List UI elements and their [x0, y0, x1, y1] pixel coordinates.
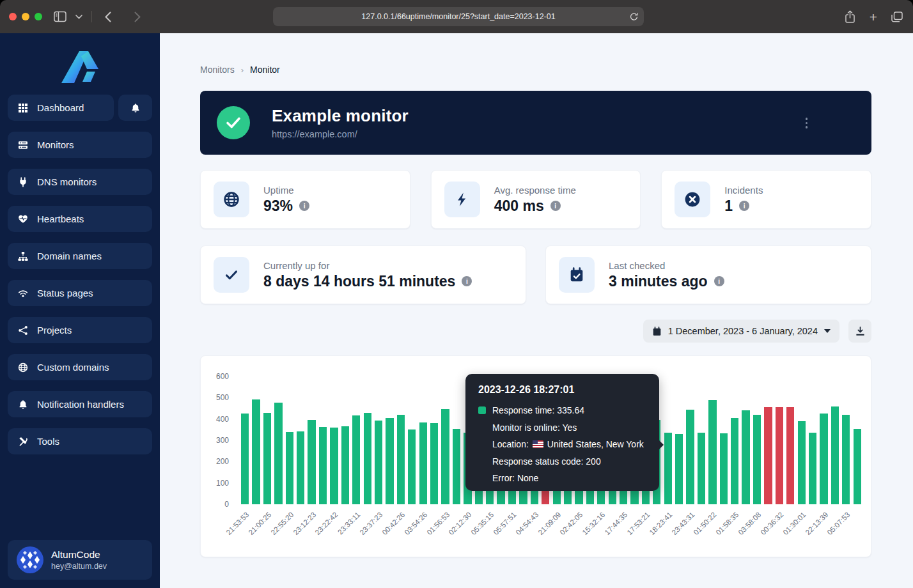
chart-bar[interactable]	[441, 409, 449, 504]
uptime-globe-icon	[214, 182, 249, 217]
breadcrumb-chevron-icon: ›	[241, 65, 244, 75]
download-chart-button[interactable]	[848, 320, 871, 343]
chart-bar[interactable]	[297, 431, 304, 504]
incidents-x-circle-icon	[675, 182, 710, 217]
chart-bar[interactable]	[809, 433, 816, 504]
chart-bar[interactable]	[820, 414, 827, 504]
chart-bar[interactable]	[854, 429, 861, 504]
chart-bar[interactable]	[341, 426, 349, 504]
tab-overview-icon[interactable]	[891, 12, 903, 22]
share-icon[interactable]	[845, 10, 855, 23]
custom-domains-globe-icon	[18, 362, 28, 373]
dashboard-grid-icon	[18, 103, 28, 113]
chart-bar[interactable]	[742, 410, 749, 504]
forward-icon[interactable]	[134, 12, 141, 22]
tooltip-title: 2023-12-26 18:27:01	[478, 384, 646, 396]
monitor-status-up-icon	[217, 106, 250, 139]
sidebar-item-notification-handlers[interactable]: Notification handlers	[8, 391, 152, 417]
chart-bar[interactable]	[686, 410, 694, 504]
tooltip-location: United States, New York	[547, 439, 644, 449]
chart-bar[interactable]	[308, 420, 315, 504]
sidebar-item-projects[interactable]: Projects	[8, 317, 152, 343]
sidebar-item-heartbeats[interactable]: Heartbeats	[8, 206, 152, 232]
chart-bar[interactable]	[831, 406, 839, 504]
breadcrumb-monitors-link[interactable]: Monitors	[200, 65, 235, 75]
close-window-button[interactable]	[9, 13, 17, 20]
chart-bar[interactable]	[430, 423, 438, 504]
chart-bar[interactable]	[664, 433, 672, 504]
sidebar-item-status-pages[interactable]: Status pages	[8, 280, 152, 306]
us-flag-icon	[533, 440, 543, 448]
new-tab-icon[interactable]: +	[870, 10, 877, 24]
bell-icon	[130, 103, 141, 113]
traffic-lights	[9, 13, 42, 20]
last-checked-info-icon[interactable]: i	[714, 276, 724, 286]
uptime-card: Uptime 93% i	[200, 170, 410, 229]
chart-bar[interactable]	[786, 407, 794, 504]
sidebar-toggle-icon[interactable]	[54, 11, 66, 22]
chart-bar[interactable]	[241, 414, 249, 504]
minimize-window-button[interactable]	[22, 13, 29, 20]
back-icon[interactable]	[105, 12, 111, 22]
date-range-button[interactable]: 1 December, 2023 - 6 January, 2024	[643, 320, 839, 343]
altumcode-logo[interactable]	[0, 41, 160, 83]
monitor-menu-kebab-icon[interactable]	[803, 115, 811, 131]
sidebar-item-dashboard[interactable]: Dashboard	[8, 95, 114, 121]
chart-bar[interactable]	[364, 413, 371, 504]
chart-bar[interactable]	[708, 400, 716, 504]
uptime-label: Uptime	[263, 185, 309, 196]
last-checked-card: Last checked 3 minutes ago i	[545, 245, 871, 304]
address-bar[interactable]: 127.0.0.1/66uptime/monitor/25?start_date…	[273, 7, 644, 26]
chevron-down-icon[interactable]	[75, 15, 82, 19]
chart-bar[interactable]	[419, 422, 427, 504]
incidents-info-icon[interactable]: i	[739, 201, 749, 211]
chart-bar[interactable]	[764, 407, 772, 504]
chart-bar[interactable]	[263, 413, 271, 504]
chart-bar[interactable]	[330, 428, 338, 504]
sidebar-item-tools[interactable]: Tools	[8, 428, 152, 454]
tooltip-error: Error: None	[492, 473, 538, 483]
dns-plug-icon	[18, 177, 28, 187]
sidebar-item-dns-monitors[interactable]: DNS monitors	[8, 169, 152, 195]
y-tick-label: 300	[201, 436, 229, 445]
chart-bar[interactable]	[352, 415, 360, 504]
uptime-duration-card: Currently up for 8 days 14 hours 51 minu…	[200, 245, 526, 304]
chart-bar[interactable]	[375, 421, 382, 504]
chart-bar[interactable]	[397, 415, 405, 504]
sidebar-user-card[interactable]: AltumCode hey@altum.dev	[8, 540, 152, 580]
chart-bar[interactable]	[776, 407, 783, 504]
chart-bar[interactable]	[453, 429, 460, 504]
browser-toolbar: 127.0.0.1/66uptime/monitor/25?start_date…	[0, 0, 913, 33]
sidebar-item-label: Status pages	[37, 288, 93, 298]
reload-icon[interactable]	[629, 12, 639, 22]
uptime-value: 93%	[263, 197, 293, 215]
zoom-window-button[interactable]	[35, 13, 42, 20]
user-email: hey@altum.dev	[51, 562, 107, 571]
sidebar-item-domain-names[interactable]: Domain names	[8, 243, 152, 269]
chart-bar[interactable]	[731, 418, 738, 504]
chart-bar[interactable]	[842, 415, 850, 504]
sidebar-notifications-button[interactable]	[118, 95, 152, 121]
chart-bar[interactable]	[720, 433, 728, 504]
sidebar-item-custom-domains[interactable]: Custom domains	[8, 354, 152, 380]
chart-bar[interactable]	[319, 427, 327, 504]
uptime-duration-info-icon[interactable]: i	[462, 276, 472, 286]
chart-bar[interactable]	[408, 429, 416, 504]
uptime-info-icon[interactable]: i	[299, 201, 309, 211]
response-time-bolt-icon	[444, 182, 480, 217]
chart-bar[interactable]	[798, 421, 806, 504]
chart-bar[interactable]	[753, 415, 761, 504]
y-tick-label: 500	[201, 393, 229, 402]
chart-bar[interactable]	[675, 434, 683, 504]
chart-bar[interactable]	[286, 432, 293, 504]
sidebar-item-monitors[interactable]: Monitors	[8, 132, 152, 158]
sidebar-item-label: Custom domains	[37, 362, 109, 373]
y-tick-label: 100	[201, 479, 229, 488]
response-time-info-icon[interactable]: i	[550, 201, 561, 211]
chart-bar[interactable]	[274, 403, 282, 504]
breadcrumb: Monitors › Monitor	[200, 65, 871, 75]
chart-bar[interactable]	[252, 399, 260, 504]
chart-bar[interactable]	[698, 433, 705, 504]
sidebar-item-label: DNS monitors	[37, 176, 97, 187]
chart-bar[interactable]	[386, 418, 393, 504]
